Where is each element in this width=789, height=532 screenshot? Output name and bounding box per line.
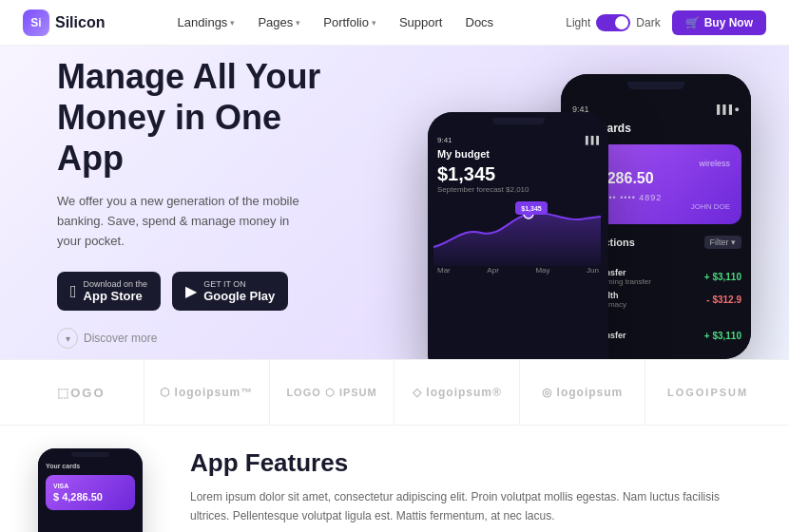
app-store-sub: Download on the	[84, 279, 148, 289]
svg-text:$1,345: $1,345	[521, 205, 542, 213]
partner-logo-4: ◇ logoipsum®	[394, 360, 520, 425]
logo-icon: Si	[23, 10, 49, 36]
phone-front-screen: 9:41 ▐▐▐ My budget $1,345 September fore…	[428, 112, 608, 359]
phone-notch	[627, 82, 684, 89]
fp-cards-label: Your cards	[38, 461, 143, 471]
nav-links: Landings ▾ Pages ▾ Portfolio ▾ Support D…	[168, 11, 504, 33]
features-phone: Your cards VISA $ 4,286.50	[38, 448, 162, 532]
navbar: Si Silicon Landings ▾ Pages ▾ Portfolio …	[0, 0, 789, 46]
nav-support[interactable]: Support	[390, 11, 452, 33]
features-text: App Features Lorem ipsum dolor sit amet,…	[190, 448, 751, 526]
logos-bar: ⬚OGO ⬡ logoipsum™ LOGO ⬡ IPSUM ◇ logoips…	[0, 359, 789, 426]
budget-chart: $1,345 Mar Apr May Jun	[428, 200, 608, 266]
theme-toggle[interactable]: Light Dark	[566, 14, 660, 31]
hero-content: Manage All Your Money in One App We offe…	[0, 56, 399, 350]
app-store-name: App Store	[84, 289, 148, 303]
phone-notch	[492, 118, 545, 124]
fp-visa-card: VISA $ 4,286.50	[46, 475, 135, 510]
nav-docs[interactable]: Docs	[456, 11, 504, 33]
app-store-button[interactable]:  Download on the App Store	[57, 272, 161, 311]
dark-label: Dark	[636, 16, 660, 29]
nav-pages[interactable]: Pages ▾	[248, 11, 310, 33]
toggle-track[interactable]	[596, 14, 630, 31]
budget-sub: September forecast $2,010	[428, 185, 608, 200]
partner-logo-6: LOGOIPSUM	[645, 360, 770, 425]
hero-section: Manage All Your Money in One App We offe…	[0, 46, 789, 359]
store-buttons:  Download on the App Store ▶ GET IT ON …	[57, 272, 342, 311]
google-play-sub: GET IT ON	[203, 279, 275, 289]
budget-amount: $1,345	[428, 163, 608, 185]
features-title: App Features	[190, 448, 751, 478]
nav-right: Light Dark 🛒 Buy Now	[566, 10, 766, 35]
google-play-button[interactable]: ▶ GET IT ON Google Play	[172, 272, 288, 311]
phone-front: 9:41 ▐▐▐ My budget $1,345 September fore…	[428, 112, 608, 359]
light-label: Light	[566, 16, 590, 29]
partner-logo-3: LOGO ⬡ IPSUM	[270, 360, 395, 425]
partner-logo-2: ⬡ logoipsum™	[144, 360, 270, 425]
nav-portfolio[interactable]: Portfolio ▾	[314, 11, 386, 33]
discover-more[interactable]: ▾ Discover more	[57, 328, 342, 349]
budget-title: My budget	[428, 146, 608, 163]
filter-button[interactable]: Filter ▾	[704, 236, 742, 249]
logo: Si Silicon	[23, 10, 105, 36]
chevron-down-icon: ▾	[372, 18, 376, 28]
play-icon: ▶	[185, 284, 197, 299]
hero-subtitle: We offer you a new generation of the mob…	[57, 192, 304, 251]
features-section: Your cards VISA $ 4,286.50 App Features …	[0, 426, 789, 532]
phone-mockups: 9:41 ▐▐▐ ● Your cards VISA wireless $ 4,…	[409, 55, 751, 359]
toggle-thumb	[615, 16, 628, 29]
partner-logo-5: ◎ logoipsum	[520, 360, 645, 425]
partner-logo-1: ⬚OGO	[19, 360, 144, 425]
chevron-down-icon: ▾	[230, 18, 235, 28]
brand-name: Silicon	[55, 14, 105, 31]
google-play-name: Google Play	[203, 289, 275, 303]
nav-landings[interactable]: Landings ▾	[168, 11, 245, 33]
features-phone-mockup: Your cards VISA $ 4,286.50	[38, 448, 143, 532]
apple-icon: 	[70, 283, 77, 300]
chevron-down-icon: ▾	[296, 18, 300, 28]
cart-icon: 🛒	[685, 16, 700, 29]
features-description: Lorem ipsum dolor sit amet, consectetur …	[190, 487, 751, 526]
buy-now-button[interactable]: 🛒 Buy Now	[672, 10, 766, 35]
hero-title: Manage All Your Money in One App	[57, 56, 342, 180]
down-arrow-icon: ▾	[57, 328, 78, 349]
